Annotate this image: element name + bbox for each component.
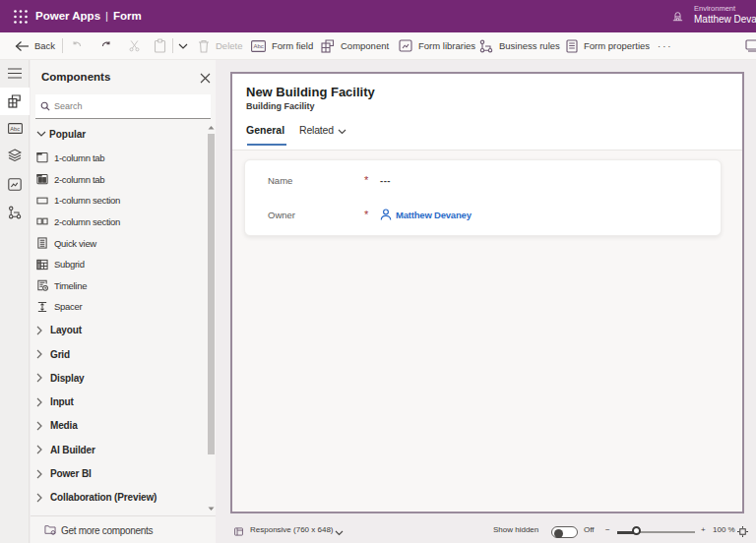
svg-text:Abc: Abc <box>253 43 263 49</box>
svg-text:Abc: Abc <box>10 126 20 132</box>
